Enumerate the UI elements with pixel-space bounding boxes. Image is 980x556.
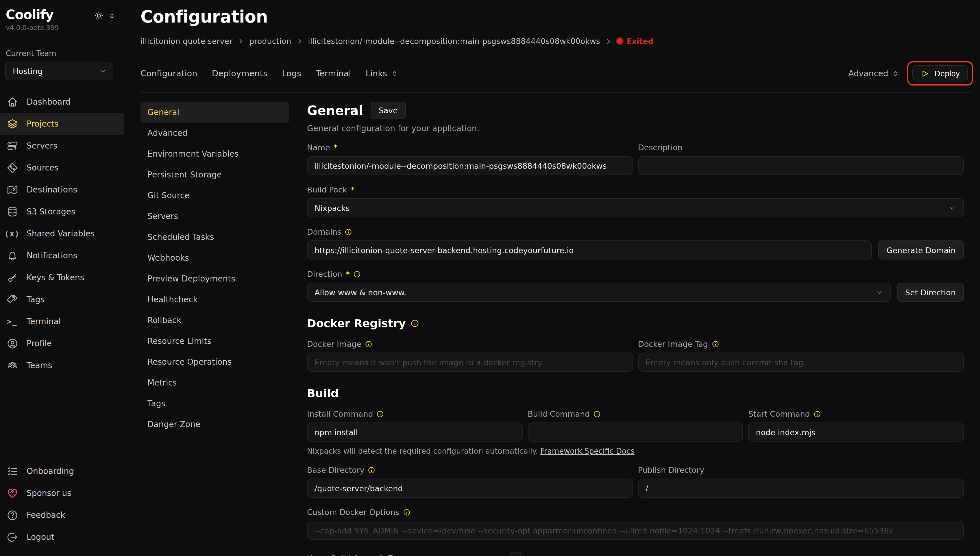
direction-select[interactable]: Allow www & non-www. (307, 283, 891, 302)
chevron-down-icon (948, 204, 956, 212)
build-command-label: Build Command (527, 409, 590, 419)
description-input[interactable] (638, 156, 964, 175)
subnav-item-git-source[interactable]: Git Source (141, 185, 289, 206)
tab-configuration[interactable]: Configuration (141, 69, 197, 78)
tab-links[interactable]: Links (366, 69, 398, 78)
subnav-item-preview-deployments[interactable]: Preview Deployments (141, 268, 289, 289)
base-directory-label: Base Directory (307, 465, 364, 475)
subnav-item-rollback[interactable]: Rollback (141, 310, 289, 331)
subnav-item-environment-variables[interactable]: Environment Variables (141, 143, 289, 164)
sidebar-item-sources[interactable]: Sources (0, 157, 124, 179)
generate-domain-button[interactable]: Generate Domain (878, 241, 964, 260)
set-direction-button[interactable]: Set Direction (897, 283, 964, 302)
subnav-item-tags[interactable]: Tags (141, 393, 289, 414)
sidebar-item-onboarding[interactable]: Onboarding (0, 460, 124, 482)
required-asterisk: * (350, 185, 354, 194)
subnav-item-danger-zone[interactable]: Danger Zone (141, 414, 289, 435)
sidebar-item-projects[interactable]: Projects (0, 113, 124, 135)
sidebar-item-dashboard[interactable]: Dashboard (0, 91, 124, 113)
sidebar-item-label: Tags (27, 295, 45, 304)
advanced-dropdown[interactable]: Advanced (849, 69, 899, 78)
start-command-input[interactable] (749, 422, 964, 441)
subnav-item-healthcheck[interactable]: Healthcheck (141, 289, 289, 310)
save-button[interactable]: Save (370, 102, 406, 119)
chevron-right-icon (605, 38, 612, 44)
build-server-label: Use a Build Server? (307, 553, 383, 556)
publish-directory-label: Publish Directory (638, 465, 704, 475)
sidebar-item-shared-variables[interactable]: (x) Shared Variables (0, 223, 124, 244)
start-command-label: Start Command (749, 409, 810, 419)
sidebar-item-notifications[interactable]: Notifications (0, 244, 124, 267)
sidebar-item-servers[interactable]: Servers (0, 135, 124, 157)
subnav-item-scheduled-tasks[interactable]: Scheduled Tasks (141, 226, 289, 247)
theme-select-chevrons-icon[interactable] (108, 12, 116, 19)
tab-deployments[interactable]: Deployments (212, 69, 268, 78)
sidebar-item-teams[interactable]: Teams (0, 354, 124, 376)
direction-value: Allow www & non-www. (315, 288, 406, 297)
build-pack-label: Build Pack (307, 185, 347, 194)
chevron-right-icon (296, 38, 303, 44)
bell-icon (6, 249, 18, 262)
breadcrumb-project[interactable]: illicitonion quote server (141, 36, 233, 46)
sidebar-item-tags[interactable]: Tags (0, 288, 124, 310)
sidebar-item-sponsor-us[interactable]: Sponsor us (0, 482, 124, 504)
custom-docker-options-input[interactable] (307, 521, 964, 540)
subnav-item-metrics[interactable]: Metrics (141, 372, 289, 393)
theme-toggle-sun-icon[interactable] (94, 10, 104, 21)
subnav-item-resource-limits[interactable]: Resource Limits (141, 331, 289, 351)
docker-image-input[interactable] (307, 352, 633, 372)
deploy-button[interactable]: Deploy (913, 65, 968, 81)
sidebar-item-label: Teams (27, 360, 52, 370)
breadcrumb-application[interactable]: illicitestonion/-module--decomposition:m… (308, 36, 600, 46)
docker-image-tag-input[interactable] (638, 352, 964, 372)
subnav-item-servers[interactable]: Servers (141, 206, 289, 226)
sidebar-item-feedback[interactable]: Feedback (0, 504, 124, 526)
sidebar-item-s3-storages[interactable]: S3 Storages (0, 200, 124, 223)
variable-icon: (x) (6, 227, 18, 240)
build-server-checkbox[interactable] (511, 553, 522, 556)
build-command-input[interactable] (527, 422, 743, 441)
terminal-icon: >_ (6, 315, 18, 328)
info-icon (411, 319, 419, 327)
app-version: v4.0.0-beta.399 (0, 22, 124, 32)
subnav-item-general[interactable]: General (141, 102, 289, 123)
domains-input[interactable] (307, 241, 872, 260)
subnav-item-persistent-storage[interactable]: Persistent Storage (141, 164, 289, 185)
publish-directory-input[interactable] (638, 478, 964, 498)
tab-logs[interactable]: Logs (282, 69, 301, 78)
info-icon (387, 554, 394, 556)
tab-divider (141, 92, 973, 93)
sidebar-item-keys-tokens[interactable]: Keys & Tokens (0, 267, 124, 288)
subnav-item-webhooks[interactable]: Webhooks (141, 247, 289, 268)
info-icon (593, 410, 601, 418)
sidebar-item-label: Notifications (27, 251, 77, 260)
sidebar-item-label: Projects (27, 119, 58, 128)
sidebar-item-label: Logout (27, 532, 54, 541)
status-badge: Exited (617, 37, 653, 45)
docker-image-label: Docker Image (307, 339, 361, 349)
framework-docs-link[interactable]: Framework Specific Docs (540, 447, 634, 456)
name-input[interactable] (307, 156, 633, 175)
sidebar: Coolify v4.0.0-beta.399 Current Team Hos… (0, 0, 124, 556)
tags-icon (6, 293, 18, 306)
base-directory-input[interactable] (307, 478, 633, 498)
team-select[interactable]: Hosting (5, 62, 113, 80)
name-label: Name (307, 143, 330, 152)
advanced-label: Advanced (849, 69, 888, 78)
sidebar-item-label: Servers (27, 141, 57, 150)
domains-label: Domains (307, 227, 341, 236)
logout-icon (6, 530, 18, 543)
install-command-input[interactable] (307, 422, 522, 441)
tab-terminal[interactable]: Terminal (316, 69, 351, 78)
sidebar-item-logout[interactable]: Logout (0, 526, 124, 548)
subnav-item-resource-operations[interactable]: Resource Operations (141, 351, 289, 372)
subnav-item-advanced[interactable]: Advanced (141, 123, 289, 143)
sidebar-item-destinations[interactable]: Destinations (0, 179, 124, 200)
docker-registry-heading: Docker Registry (307, 317, 406, 330)
sidebar-item-profile[interactable]: Profile (0, 332, 124, 354)
build-pack-select[interactable]: Nixpacks (307, 198, 964, 217)
sidebar-item-terminal[interactable]: >_ Terminal (0, 310, 124, 332)
breadcrumb-environment[interactable]: production (249, 36, 291, 46)
app-logo[interactable]: Coolify (6, 8, 53, 22)
docker-image-tag-label: Docker Image Tag (638, 339, 708, 349)
